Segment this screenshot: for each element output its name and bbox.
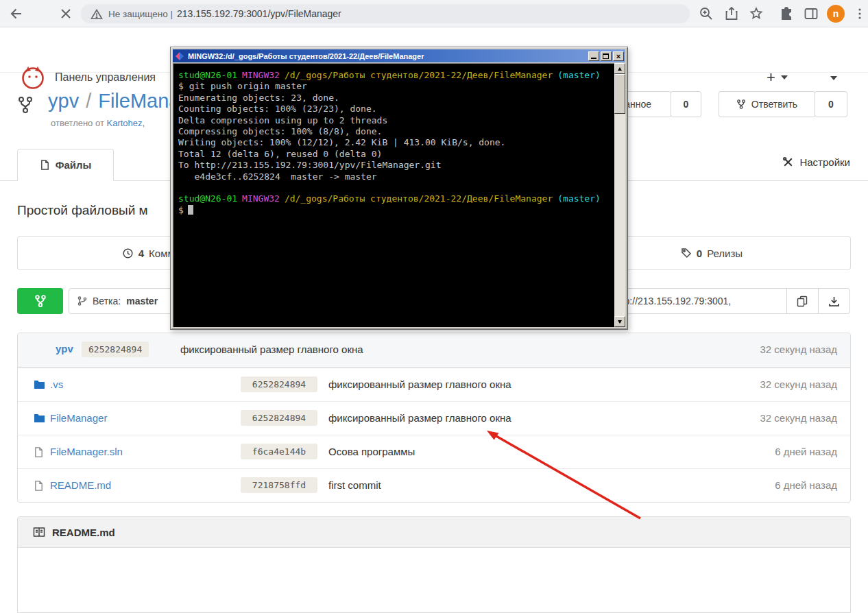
terminal-prompt-line: stud@N26-01MINGW32/d/_gogs/Работы студен… bbox=[178, 193, 609, 204]
repo-description: Простой файловый м bbox=[17, 203, 148, 218]
terminal-body: stud@N26-01MINGW32/d/_gogs/Работы студен… bbox=[173, 63, 625, 327]
maximize-button[interactable] bbox=[601, 51, 612, 61]
commit-sha-badge: 6252824894 bbox=[241, 376, 317, 392]
history-icon bbox=[122, 248, 134, 259]
terminal-titlebar[interactable]: MINGW32:/d/_gogs/Работы студентов/2021-2… bbox=[173, 49, 625, 62]
terminal-line: Total 12 (delta 6), reused 0 (delta 0) bbox=[178, 149, 609, 160]
terminal-line: Writing objects: 100% (12/12), 2.42 KiB … bbox=[178, 137, 609, 148]
branch-icon bbox=[77, 296, 87, 306]
download-button[interactable] bbox=[818, 288, 850, 314]
terminal-icon bbox=[175, 51, 184, 61]
commit-message[interactable]: first commit bbox=[328, 479, 381, 491]
table-row[interactable]: .vs 6252824894 фиксированный размер глав… bbox=[18, 368, 850, 401]
terminal-line: To http://213.155.192.79:3001/ypv/FileMa… bbox=[178, 160, 609, 171]
tag-icon bbox=[681, 248, 692, 259]
commit-message[interactable]: фиксированный размер главного окна bbox=[328, 378, 511, 390]
gogs-logo[interactable] bbox=[19, 64, 47, 91]
terminal-title: MINGW32:/d/_gogs/Работы студентов/2021-2… bbox=[188, 52, 587, 60]
url-text: 213.155.192.79:3001/ypv/FileManager bbox=[177, 8, 341, 19]
nav-dashboard-link[interactable]: Панель управления bbox=[55, 71, 156, 84]
table-row[interactable]: FileManager 6252824894 фиксированный раз… bbox=[18, 401, 850, 435]
file-icon bbox=[34, 480, 44, 492]
scrollbar-thumb[interactable] bbox=[614, 74, 625, 114]
bookmark-star-icon[interactable] bbox=[748, 5, 764, 22]
commit-sha-badge: 7218758ffd bbox=[241, 477, 317, 493]
browser-toolbar: Не защищено | 213.155.192.79:3001/ypv/Fi… bbox=[0, 0, 868, 27]
scroll-down-button[interactable] bbox=[614, 316, 625, 327]
fork-count[interactable]: 0 bbox=[815, 91, 847, 117]
account-menu-caret[interactable] bbox=[830, 76, 837, 80]
terminal-scrollbar[interactable] bbox=[614, 63, 625, 327]
settings-tools-icon bbox=[782, 156, 794, 168]
terminal-cursor-line: $ bbox=[178, 205, 609, 216]
stop-icon[interactable] bbox=[58, 5, 74, 22]
commit-sha-badge: f6ca4e144b bbox=[241, 444, 317, 459]
fork-button[interactable]: Ответвить bbox=[719, 91, 815, 117]
commit-time: 6 дней назад bbox=[775, 446, 837, 457]
file-link[interactable]: .vs bbox=[50, 378, 63, 390]
terminal-line: e4de3cf..6252824 master -> master bbox=[178, 171, 609, 182]
table-row[interactable]: FileManager.sln f6ca4e144b Осова програм… bbox=[18, 435, 850, 468]
forked-from-note: ответлено от Kartohez, bbox=[51, 118, 145, 128]
terminal-line: Compressing objects: 100% (8/8), done. bbox=[178, 126, 609, 137]
repo-title-slash: / bbox=[86, 90, 91, 112]
share-icon[interactable] bbox=[723, 5, 740, 22]
latest-commit-message[interactable]: фиксированный размер главного окна bbox=[180, 344, 363, 355]
file-link[interactable]: FileManager bbox=[50, 412, 107, 424]
readme-header: README.md bbox=[18, 517, 850, 548]
table-row[interactable]: README.md 7218758ffd first commit 6 дней… bbox=[18, 468, 850, 502]
warning-icon bbox=[91, 8, 103, 20]
file-link[interactable]: README.md bbox=[50, 479, 111, 491]
terminal-line: Delta compression using up to 2 threads bbox=[178, 115, 609, 126]
commit-author-link[interactable]: ypv bbox=[56, 343, 73, 354]
tab-settings[interactable]: Настройки bbox=[782, 156, 850, 168]
new-repo-button[interactable]: + bbox=[767, 69, 788, 86]
commit-time: 32 секунд назад bbox=[760, 412, 837, 424]
extensions-puzzle-icon[interactable] bbox=[778, 5, 795, 22]
terminal-line: Counting objects: 100% (23/23), done. bbox=[178, 104, 609, 115]
fork-icon bbox=[736, 99, 746, 110]
browser-menu-icon[interactable] bbox=[852, 5, 868, 22]
star-count[interactable]: 0 bbox=[671, 91, 701, 117]
minimize-button[interactable] bbox=[588, 51, 599, 61]
terminal-output: stud@N26-01MINGW32/d/_gogs/Работы студен… bbox=[173, 63, 614, 327]
readme-title: README.md bbox=[52, 527, 115, 538]
zoom-icon[interactable] bbox=[698, 5, 714, 22]
repo-fork-icon bbox=[16, 95, 34, 115]
sidebar-icon[interactable] bbox=[803, 5, 819, 22]
commit-message[interactable]: фиксированный размер главного окна bbox=[328, 412, 511, 424]
folder-icon bbox=[34, 379, 45, 389]
scroll-up-button[interactable] bbox=[614, 63, 625, 74]
terminal-window[interactable]: MINGW32:/d/_gogs/Работы студентов/2021-2… bbox=[170, 47, 628, 330]
compare-button[interactable] bbox=[17, 288, 63, 314]
terminal-prompt-line: stud@N26-01MINGW32/d/_gogs/Работы студен… bbox=[178, 70, 609, 81]
file-table: ypv 6252824894 фиксированный размер глав… bbox=[17, 333, 851, 503]
terminal-cursor bbox=[188, 205, 193, 215]
file-link[interactable]: FileManager.sln bbox=[50, 446, 123, 457]
browser-profile-avatar[interactable]: n bbox=[827, 5, 845, 23]
branch-dropdown[interactable]: Ветка:master bbox=[69, 288, 185, 314]
commit-sha-badge: 6252824894 bbox=[241, 410, 317, 426]
terminal-line: Enumerating objects: 23, done. bbox=[178, 93, 609, 104]
forked-from-link[interactable]: Kartohez, bbox=[107, 118, 145, 128]
copy-url-button[interactable] bbox=[786, 288, 819, 314]
commit-message[interactable]: Осова программы bbox=[328, 446, 415, 457]
book-icon bbox=[33, 527, 45, 538]
latest-commit-time: 32 секунд назад bbox=[760, 344, 837, 355]
readme-panel: README.md bbox=[17, 516, 851, 613]
file-icon bbox=[34, 446, 44, 458]
tab-files[interactable]: Файлы bbox=[17, 149, 114, 181]
chevron-down-icon bbox=[781, 75, 788, 80]
clone-url-input[interactable]: http://213.155.192.79:3001, bbox=[606, 288, 787, 314]
close-button[interactable]: × bbox=[613, 51, 624, 61]
folder-icon bbox=[34, 413, 45, 423]
terminal-blank-line bbox=[178, 182, 609, 193]
file-tab-icon bbox=[40, 159, 50, 171]
latest-commit-row[interactable]: ypv 6252824894 фиксированный размер глав… bbox=[18, 333, 850, 368]
repo-owner-link[interactable]: ypv bbox=[48, 90, 79, 112]
terminal-command-line: $ git push origin master bbox=[178, 81, 609, 92]
latest-commit-sha-badge[interactable]: 6252824894 bbox=[82, 341, 149, 357]
back-icon[interactable] bbox=[8, 5, 25, 22]
address-bar[interactable]: Не защищено | 213.155.192.79:3001/ypv/Fi… bbox=[81, 4, 690, 23]
commit-time: 32 секунд назад bbox=[760, 378, 837, 390]
